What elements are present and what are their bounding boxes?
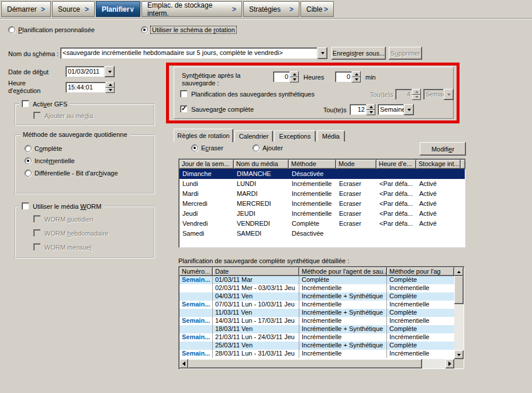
horizontal-scrollbar[interactable] (179, 359, 454, 368)
scroll-down-icon (457, 354, 461, 356)
scroll-left-button[interactable] (179, 359, 188, 368)
table-row-mardi[interactable]: MardiMARDIIncrémentielleEcraser<Par défa… (179, 189, 465, 199)
wizard-tab-source[interactable]: Source > (52, 1, 95, 17)
cell-date: 21/03/11 Lun - 24/03/11 Jeu (213, 333, 299, 342)
column-header-method[interactable]: Méthode (289, 160, 336, 169)
synthetic-hours-spinner[interactable]: 0 (273, 71, 299, 82)
enable-gfs-checkbox[interactable]: ✓ Activer GFS (19, 100, 70, 108)
scroll-right-button[interactable] (445, 359, 454, 368)
column-header-second-method[interactable]: Méthode pour l'ag (387, 267, 454, 276)
full-backup-checkbox[interactable]: ✓ Sauvegarde complète (180, 105, 254, 113)
cell-method: Désactivée (289, 229, 336, 239)
spin-down-button[interactable] (367, 110, 375, 116)
vertical-scrollbar[interactable] (454, 267, 464, 359)
table-row[interactable]: 11/03/11 VenIncrémentielle + Synthétique… (179, 309, 454, 317)
tab-rotation-rules[interactable]: Règles de rotation (174, 129, 233, 142)
exec-time-spinner[interactable]: 15:44:01 (65, 82, 115, 93)
exec-time-label: Heure d'exécution (8, 80, 56, 95)
spin-up-button (412, 89, 421, 95)
modify-button[interactable]: Modifier (420, 142, 466, 156)
next-arrow-icon: > (289, 5, 293, 13)
column-header-mode[interactable]: Mode (336, 160, 376, 169)
spin-down-button[interactable] (290, 77, 299, 83)
table-row[interactable]: Semain...14/03/11 Lun - 17/03/11 JeuIncr… (179, 317, 454, 325)
table-row[interactable]: 04/03/11 VenIncrémentielle + Synthétique… (179, 292, 454, 301)
table-row[interactable]: Semain...28/03/11 Lun - 31/03/11 JeuIncr… (179, 350, 454, 358)
column-header-time[interactable]: Heure d'e... (376, 160, 416, 169)
scrollbar-thumb[interactable] (188, 359, 422, 368)
radio-method-incremental[interactable]: Incrémentielle (25, 157, 75, 164)
save-as-button[interactable]: Enregistrer sous... (331, 47, 386, 60)
table-row[interactable]: 02/03/11 Mer - 03/03/11 JeuIncrémentiell… (179, 284, 454, 292)
radio-rotation-scheme[interactable]: Utiliser le schéma de rotation (141, 26, 236, 33)
tab-media[interactable]: Média (317, 130, 345, 142)
wizard-tab-planifier[interactable]: Planifier ∨ (96, 1, 140, 17)
radio-selected-icon (25, 157, 32, 164)
cell-date: 11/03/11 Ven (213, 309, 299, 317)
synthetic-plan-checkbox[interactable]: ✓ Planification des sauvegardes synthéti… (180, 90, 315, 98)
table-row[interactable]: 25/03/11 VenIncrémentielle + Synthétique… (179, 342, 454, 350)
cell-agent-method: Incrémentielle + Synthétique (299, 292, 387, 301)
dropdown-button[interactable] (317, 47, 327, 59)
spin-up-button[interactable] (367, 104, 375, 110)
cell-week (179, 325, 213, 333)
tab-label: Cible (306, 5, 322, 13)
column-header-date[interactable]: Date (213, 267, 299, 276)
wizard-tab-strategies[interactable]: Stratégies > (243, 1, 299, 17)
wizard-tab-cible[interactable]: Cible > (300, 1, 334, 17)
tab-exceptions[interactable]: Exceptions (274, 130, 316, 142)
cell-second-method: Complète (387, 342, 454, 350)
checkbox-icon: ✓ (22, 100, 29, 108)
radio-method-differential[interactable]: Différentielle - Bit d'archivage (25, 170, 118, 177)
start-date-picker[interactable]: 01/03/2011 (65, 66, 115, 77)
scroll-left-icon (182, 361, 185, 366)
spin-down-icon (355, 78, 358, 81)
column-header-number[interactable]: Numéro... (179, 267, 213, 276)
dropdown-button[interactable] (105, 66, 115, 77)
scroll-down-button[interactable] (454, 350, 464, 359)
start-date-value: 01/03/2011 (65, 66, 105, 77)
column-header-agent-method[interactable]: Méthode pour l'agent de sau... (299, 267, 387, 276)
table-row-lundi[interactable]: LundiLUNDIIncrémentielleEcraser<Par défa… (179, 179, 465, 189)
cell-time (376, 229, 416, 239)
spin-up-button[interactable] (352, 71, 361, 77)
scroll-up-button[interactable] (454, 267, 464, 276)
dropdown-button[interactable] (404, 104, 414, 115)
cell-second-method: Incrémentielle (387, 317, 454, 325)
table-row[interactable]: 18/03/11 VenIncrémentielle + Synthétique… (179, 325, 454, 333)
cell-method: Incrémentielle (289, 179, 336, 189)
table-row[interactable]: Semain...01/03/11 MarComplèteComplète (179, 276, 454, 284)
tab-calendar[interactable]: Calendrier (234, 130, 273, 142)
table-row-dimanche[interactable]: DimancheDIMANCHEDésactivée (179, 169, 465, 179)
cell-method: Complète (289, 219, 336, 229)
cell-time: <Par défa... (376, 209, 416, 219)
checkbox-label: Activer GFS (33, 101, 67, 108)
table-row[interactable]: Semain...07/03/11 Lun - 10/03/11 JeuIncr… (179, 301, 454, 309)
checkbox-icon: ✓ (180, 90, 188, 98)
table-row-jeudi[interactable]: JeudiJEUDIIncrémentielleEcraser<Par défa… (179, 209, 465, 219)
column-header-day[interactable]: Jour de la sem... (179, 160, 234, 169)
full-backup-count-spinner[interactable]: 12 (350, 104, 375, 115)
spin-down-button[interactable] (352, 77, 361, 83)
table-row[interactable]: Semain...21/03/11 Lun - 24/03/11 JeuIncr… (179, 333, 454, 342)
radio-method-full[interactable]: Complète (25, 145, 62, 152)
table-row-samedi[interactable]: SamediSAMEDIDésactivée (179, 229, 465, 239)
table-row-mercredi[interactable]: MercrediMERCREDIIncrémentielleEcraser<Pa… (179, 199, 465, 209)
spin-down-button[interactable] (106, 88, 115, 94)
spin-up-button[interactable] (106, 82, 115, 88)
radio-overwrite[interactable]: Ecraser (191, 144, 223, 151)
synthetic-minutes-spinner[interactable]: 0 (335, 71, 361, 82)
spin-up-button[interactable] (290, 71, 299, 77)
column-header-media[interactable]: Nom du média (234, 160, 289, 169)
use-worm-checkbox[interactable]: ✓ Utiliser le média WORM (19, 202, 103, 210)
column-header-staging[interactable]: Stockage int... (416, 160, 461, 169)
schema-name-combobox[interactable]: <sauvegarde incrémentielle hebdomadaire … (60, 47, 327, 59)
radio-custom-schedule[interactable]: Planification personnalisée (8, 26, 95, 33)
cell-mode: Ecraser (336, 209, 376, 219)
wizard-tab-staging[interactable]: Emplac. de stockage interm. > (141, 1, 242, 17)
table-row-vendredi[interactable]: VendrediVENDREDIComplèteEcraser<Par défa… (179, 219, 465, 229)
radio-append[interactable]: Ajouter (253, 144, 283, 151)
scrollbar-thumb[interactable] (454, 276, 464, 304)
full-backup-unit-dropdown[interactable]: Semaine(s) (378, 104, 414, 115)
wizard-tab-demarrer[interactable]: Démarrer > (1, 1, 51, 17)
